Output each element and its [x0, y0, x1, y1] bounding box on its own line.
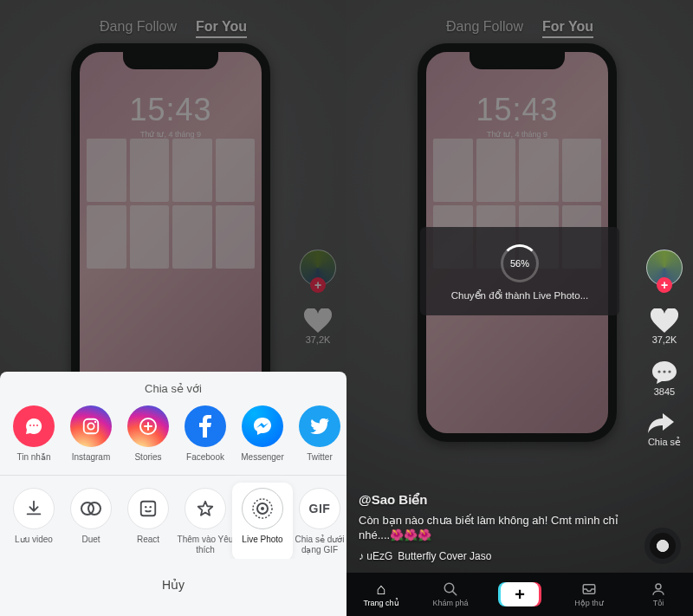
follow-plus-icon[interactable]: +	[657, 277, 672, 293]
share-sheet-title: Chia sẻ với	[0, 382, 346, 405]
action-label: Thêm vào Yêu thích	[177, 535, 234, 555]
message-icon	[13, 405, 55, 447]
inbox-icon	[554, 581, 624, 597]
nav-discover[interactable]: Khám phá	[416, 581, 485, 607]
share-label: Facebook	[177, 452, 234, 471]
instagram-icon	[70, 405, 112, 447]
nav-label: Hộp thư	[574, 599, 604, 607]
comment-button[interactable]: 3845	[651, 360, 677, 397]
share-apps-row: Tin nhắn Instagram Stories	[0, 405, 346, 475]
svg-point-13	[663, 370, 665, 373]
action-favorite[interactable]: Thêm vào Yêu thích	[177, 488, 234, 555]
cancel-button[interactable]: Hủy	[12, 569, 334, 600]
caption-text: Còn bạn nào chưa biết làm không ah! Cmt …	[359, 513, 629, 543]
comment-icon	[651, 360, 677, 385]
home-icon: ⌂	[346, 581, 416, 597]
star-icon	[185, 488, 226, 529]
like-count: 37,2K	[651, 334, 678, 345]
action-label: Live Photo	[234, 535, 291, 554]
nav-home[interactable]: ⌂ Trang chủ	[346, 581, 416, 607]
nav-create[interactable]: +	[485, 582, 554, 606]
share-messenger[interactable]: Messenger	[234, 405, 291, 471]
progress-percent: 56%	[503, 247, 536, 280]
video-caption: @Sao Biển Còn bạn nào chưa biết làm khôn…	[359, 492, 629, 562]
create-button[interactable]: +	[501, 582, 539, 606]
nav-inbox[interactable]: Hộp thư	[554, 581, 624, 607]
share-label: Tin nhắn	[5, 452, 62, 471]
download-icon	[13, 488, 55, 529]
progress-dialog: 56% Chuyển đổi thành Live Photo...	[420, 227, 619, 315]
progress-message: Chuyển đổi thành Live Photo...	[434, 289, 606, 302]
share-label: Chia sẻ	[648, 437, 681, 448]
action-react[interactable]: React	[120, 488, 177, 555]
action-label: Duet	[62, 535, 120, 554]
svg-point-17	[656, 584, 661, 589]
music-note-icon: ♪ uEzG	[359, 550, 392, 562]
action-rail: + 37,2K 3845 Chia sẻ	[646, 250, 683, 448]
share-instagram[interactable]: Instagram	[62, 405, 120, 471]
svg-point-12	[657, 370, 660, 373]
share-stories[interactable]: Stories	[120, 405, 177, 471]
react-icon	[127, 488, 169, 529]
svg-rect-6	[141, 502, 156, 516]
bottom-nav: ⌂ Trang chủ Khám phá + Hộp thư	[346, 573, 693, 616]
comment-count: 3845	[651, 386, 677, 397]
screen-share-sheet: 15:43 Thứ tư, 4 tháng 9 Đang Follow For …	[0, 0, 346, 616]
share-facebook[interactable]: Facebook	[177, 405, 234, 471]
live-photo-icon	[242, 488, 283, 529]
action-share-gif[interactable]: GIF Chia sẻ dưới dạng GIF	[291, 488, 346, 555]
svg-point-14	[668, 370, 670, 373]
messenger-icon	[242, 405, 283, 447]
action-save-video[interactable]: Lưu video	[5, 488, 62, 555]
nav-profile[interactable]: Tôi	[624, 581, 693, 607]
action-label: Chia sẻ dưới dạng GIF	[291, 535, 346, 555]
share-tin-nhan[interactable]: Tin nhắn	[5, 405, 62, 471]
action-label: Lưu video	[5, 535, 62, 554]
share-twitter[interactable]: Twitter	[291, 405, 346, 471]
share-label: Stories	[120, 452, 177, 471]
search-icon	[416, 581, 485, 597]
gif-icon: GIF	[299, 488, 340, 529]
like-button[interactable]: 37,2K	[651, 308, 678, 345]
music-disc[interactable]	[644, 528, 681, 564]
duet-icon	[70, 488, 112, 529]
spinner-icon: 56%	[501, 244, 539, 282]
twitter-icon	[299, 405, 340, 447]
nav-label: Khám phá	[432, 599, 468, 607]
svg-point-1	[87, 423, 94, 429]
facebook-icon	[185, 405, 226, 447]
action-live-photo[interactable]: Live Photo	[234, 484, 291, 559]
svg-point-2	[94, 421, 96, 423]
share-actions-row: Lưu video Duet React	[0, 475, 346, 559]
svg-point-7	[145, 506, 146, 508]
nav-label: Tôi	[653, 599, 664, 607]
author-handle[interactable]: @Sao Biển	[359, 492, 629, 508]
music-marquee[interactable]: ♪ uEzG Butterfly Cover Jaso	[359, 550, 629, 562]
heart-icon	[651, 308, 678, 333]
svg-point-11	[261, 507, 264, 510]
share-label: Messenger	[234, 452, 291, 471]
screen-progress: 15:43 Thứ tư, 4 tháng 9 Đang Follow For …	[346, 0, 693, 616]
share-arrow-icon	[648, 412, 674, 435]
person-icon	[624, 581, 693, 597]
share-label: Instagram	[62, 452, 120, 471]
stories-icon	[127, 405, 169, 447]
action-label: React	[120, 535, 177, 554]
action-duet[interactable]: Duet	[62, 488, 120, 555]
svg-point-8	[150, 506, 152, 508]
music-title: Butterfly Cover Jaso	[398, 550, 491, 562]
share-button[interactable]: Chia sẻ	[648, 412, 681, 448]
share-sheet: Chia sẻ với Tin nhắn Instagram	[0, 372, 346, 616]
share-label: Twitter	[291, 452, 346, 471]
nav-label: Trang chủ	[363, 599, 398, 607]
